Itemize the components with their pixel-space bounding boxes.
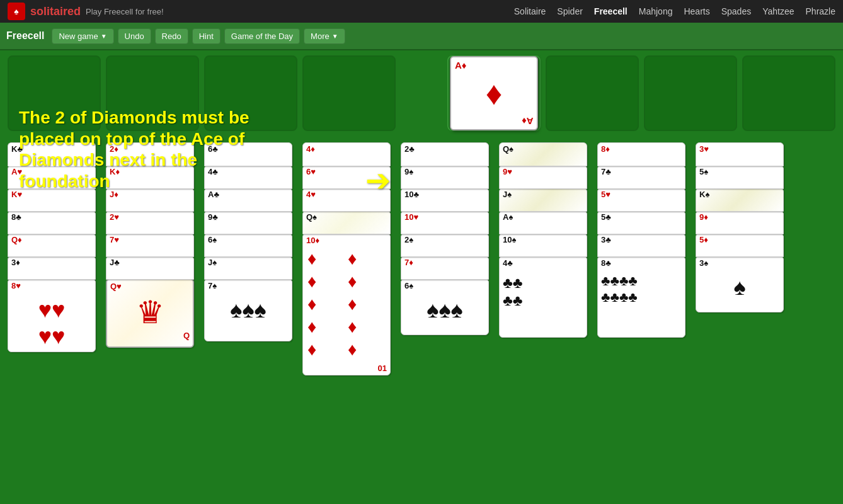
card-a-spades[interactable]: A♠ <box>499 210 587 234</box>
card-4-clubs-c6[interactable]: 4♣ ♣♣♣♣ <box>499 256 587 338</box>
column-5: 2♣ 9♠ 10♣ 10♥ 2♠ 7♦ 6♠ ♠♠♠ <box>401 142 494 335</box>
toolbar: Freecell New game ▼ Undo Redo Hint Game … <box>0 23 843 50</box>
hint-button[interactable]: Hint <box>192 28 221 44</box>
tagline: Play Freecell for free! <box>86 7 164 16</box>
card-5-clubs[interactable]: 5♣ <box>597 210 685 234</box>
game-area: The 2 of Diamonds must be placed on top … <box>0 50 843 504</box>
redo-button[interactable]: Redo <box>155 28 188 44</box>
card-2-clubs[interactable]: 2♣ <box>401 142 489 166</box>
foundation-2[interactable] <box>546 55 639 131</box>
columns-row: K♣ A♥ K♥ 8♣ Q♦ 3♦ 8♥ ♥♥♥♥ <box>5 142 838 499</box>
card-6-spades[interactable]: 6♠ <box>204 233 292 257</box>
card-9-diamonds[interactable]: 9♦ <box>696 210 784 234</box>
nav-yahtzee[interactable]: Yahtzee <box>762 6 794 16</box>
hint-text: The 2 of Diamonds must be placed on top … <box>19 107 258 192</box>
card-3-spades-c1[interactable]: 3♦ <box>8 256 96 280</box>
card-8-hearts[interactable]: 8♥ ♥♥♥♥ <box>8 278 96 352</box>
card-3-clubs[interactable]: 3♣ <box>597 233 685 257</box>
foundation-4[interactable] <box>742 55 835 131</box>
nav-links: Solitaire Spider Freecell Mahjong Hearts… <box>514 6 835 16</box>
top-navigation: ♠ solitaired Play Freecell for free! Sol… <box>0 0 843 23</box>
free-cell-4[interactable] <box>302 55 396 131</box>
card-3-spades[interactable]: 3♠ ♠ <box>696 256 784 312</box>
game-title: Freecell <box>6 30 44 42</box>
nav-spider[interactable]: Spider <box>557 6 582 16</box>
card-10-hearts[interactable]: 10♥ <box>401 210 489 234</box>
card-5-spades[interactable]: 5♠ <box>696 165 784 189</box>
card-2-spades[interactable]: 2♠ <box>401 233 489 257</box>
card-10-clubs[interactable]: 10♣ <box>401 188 489 212</box>
nav-phrazle[interactable]: Phrazle <box>806 6 835 16</box>
logo-area: ♠ solitaired Play Freecell for free! <box>8 3 164 20</box>
logo-icon: ♠ <box>8 3 25 20</box>
card-7-clubs[interactable]: 7♣ <box>597 165 685 189</box>
card-q-hearts[interactable]: Q♥ ♛ Q <box>106 278 194 348</box>
card-8-diamonds[interactable]: 8♦ <box>597 142 685 166</box>
foundation-3[interactable] <box>644 55 737 131</box>
card-3-hearts[interactable]: 3♥ <box>696 142 784 166</box>
card-q-spades[interactable]: Q♠ <box>302 210 391 234</box>
card-9-clubs[interactable]: 9♣ <box>204 210 292 234</box>
card-10-diamonds[interactable]: 10♦ ♦♦ ♦♦ ♦♦ ♦♦ ♦♦ 01 <box>302 233 391 375</box>
card-10-spades[interactable]: 10♠ <box>499 233 587 257</box>
card-2-hearts[interactable]: 2♥ <box>106 210 194 234</box>
card-5-hearts[interactable]: 5♥ <box>597 188 685 212</box>
nav-hearts[interactable]: Hearts <box>684 6 709 16</box>
column-7: 8♦ 7♣ 5♥ 5♣ 3♣ 8♣ ♣♣♣♣♣♣♣♣ <box>597 142 691 338</box>
column-6: Q♠ 9♥ J♠ A♠ 10♠ 4♣ ♣♣♣♣ <box>499 142 592 338</box>
card-6-spades-c5[interactable]: 6♠ ♠♠♠ <box>401 278 489 335</box>
nav-solitaire[interactable]: Solitaire <box>514 6 546 16</box>
card-8-clubs[interactable]: 8♣ <box>8 210 96 234</box>
hint-arrow: ➔ <box>365 163 391 198</box>
card-q-diamonds[interactable]: Q♦ <box>8 233 96 257</box>
card-8-clubs-c7[interactable]: 8♣ ♣♣♣♣♣♣♣♣ <box>597 256 685 338</box>
foundation-card-tl: A♦ <box>455 60 467 71</box>
card-q-spades-c6[interactable]: Q♠ <box>499 142 587 166</box>
card-9-spades[interactable]: 9♠ <box>401 165 489 189</box>
column-8: 3♥ 5♠ K♠ 9♦ 5♦ 3♠ ♠ <box>696 142 789 312</box>
new-game-button[interactable]: New game ▼ <box>52 28 113 44</box>
more-arrow: ▼ <box>332 33 338 40</box>
card-j-clubs[interactable]: J♣ <box>106 256 194 280</box>
foundation-1[interactable]: A♦ ♦ A♦ <box>447 55 541 131</box>
card-9-hearts[interactable]: 9♥ <box>499 165 587 189</box>
undo-button[interactable]: Undo <box>118 28 151 44</box>
game-of-day-button[interactable]: Game of the Day <box>224 28 300 44</box>
card-5-diamonds[interactable]: 5♦ <box>696 233 784 257</box>
nav-spades[interactable]: Spades <box>721 6 751 16</box>
foundation-card-center: ♦ <box>486 74 503 112</box>
new-game-arrow: ▼ <box>101 33 107 40</box>
nav-freecell[interactable]: Freecell <box>594 6 628 16</box>
card-j-spades[interactable]: J♠ <box>204 256 292 280</box>
card-k-spades[interactable]: K♠ <box>696 188 784 212</box>
logo-text[interactable]: solitaired <box>30 5 81 18</box>
foundation-card-diamonds: A♦ ♦ A♦ <box>450 56 538 130</box>
foundation-card-br: A♦ <box>522 116 534 127</box>
nav-mahjong[interactable]: Mahjong <box>639 6 673 16</box>
card-j-spades-c6[interactable]: J♠ <box>499 188 587 212</box>
card-7-hearts[interactable]: 7♥ <box>106 233 194 257</box>
more-button[interactable]: More ▼ <box>304 28 345 44</box>
card-7-spades[interactable]: 7♠ ♠♠♠ <box>204 278 292 341</box>
card-7-diamonds[interactable]: 7♦ <box>401 256 489 280</box>
